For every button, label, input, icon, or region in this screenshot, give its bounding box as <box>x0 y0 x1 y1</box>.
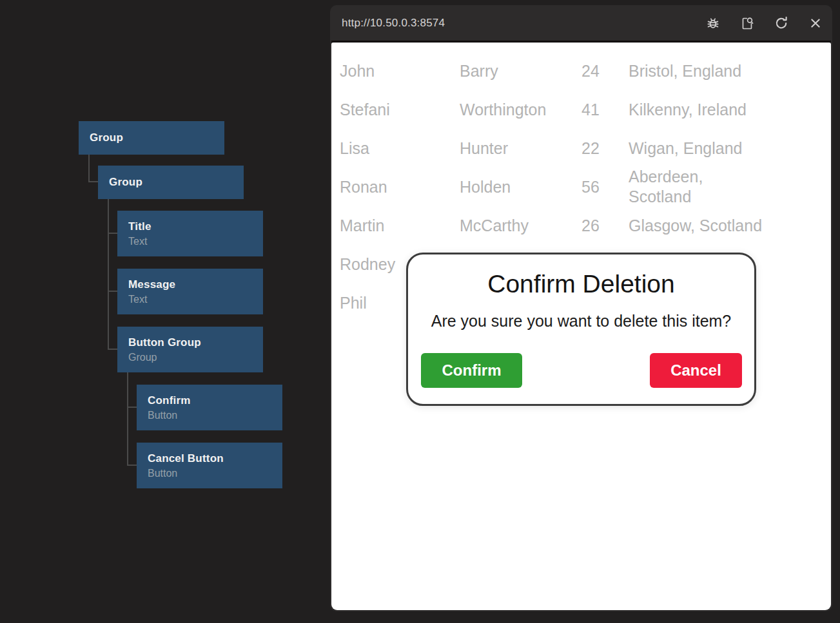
table-row: John Barry 24 Bristol, England <box>340 52 785 90</box>
tree-connector <box>108 291 118 292</box>
tree-node-confirm[interactable]: Confirm Button <box>137 385 282 430</box>
tree-connector <box>108 349 118 350</box>
tree-node-type: Button <box>148 468 271 479</box>
dialog-message: Are you sure you want to delete this ite… <box>408 310 754 332</box>
cell-age: 24 <box>581 61 629 81</box>
tree-node-type: Group <box>128 352 252 363</box>
debug-icon <box>705 15 721 31</box>
tree-node-group-root[interactable]: Group <box>79 121 224 155</box>
tree-node-type: Text <box>128 294 252 305</box>
tree-node-label: Message <box>128 278 252 291</box>
dialog-title: Confirm Deletion <box>408 269 754 300</box>
cell-first-name: Stefani <box>340 100 460 120</box>
confirm-button[interactable]: Confirm <box>421 353 522 388</box>
cell-last-name: McCarthy <box>460 216 581 236</box>
cell-first-name: John <box>340 61 460 81</box>
debug-button[interactable] <box>705 15 721 31</box>
tree-node-title[interactable]: Title Text <box>117 211 263 256</box>
tree-connector <box>108 199 109 350</box>
address-bar[interactable]: http://10.50.0.3:8574 <box>342 17 445 30</box>
table-row: Martin McCarthy 26 Glasgow, Scotland <box>340 206 785 245</box>
cell-city: Bristol, England <box>629 61 777 81</box>
cell-age: 41 <box>581 100 629 120</box>
cell-last-name: Worthington <box>460 100 581 120</box>
cell-first-name: Ronan <box>340 177 460 197</box>
cell-city: Wigan, England <box>629 139 777 158</box>
dialog-buttons: Confirm Cancel <box>421 353 742 388</box>
cell-last-name: Hunter <box>460 139 581 158</box>
browser-toolbar: http://10.50.0.3:8574 <box>330 5 832 41</box>
inspect-page-icon <box>739 15 755 31</box>
cell-city: Kilkenny, Ireland <box>629 100 777 120</box>
tree-connector <box>108 233 118 234</box>
tree-node-label: Button Group <box>128 336 252 349</box>
cell-last-name: Barry <box>460 61 581 81</box>
tree-node-label: Group <box>90 131 213 144</box>
cell-age: 22 <box>581 139 629 158</box>
cell-city: Glasgow, Scotland <box>629 216 777 236</box>
cancel-button[interactable]: Cancel <box>650 353 742 388</box>
cell-age: 26 <box>581 216 629 236</box>
close-button[interactable] <box>808 15 823 31</box>
tree-connector <box>127 465 137 466</box>
tree-connector <box>88 155 90 182</box>
tree-node-label: Confirm <box>148 394 271 407</box>
toolbar-icons <box>705 15 823 31</box>
cell-last-name: Holden <box>460 177 581 197</box>
tree-connector <box>88 181 99 182</box>
tree-node-group-inner[interactable]: Group <box>98 166 244 199</box>
cell-first-name: Martin <box>340 216 460 236</box>
tree-node-type: Button <box>148 410 271 421</box>
tree-node-label: Group <box>109 176 233 189</box>
cell-first-name: Lisa <box>340 139 460 158</box>
reload-icon <box>774 15 789 31</box>
cell-age: 56 <box>581 177 629 197</box>
tree-connector <box>127 372 128 466</box>
table-row: Stefani Worthington 41 Kilkenny, Ireland <box>340 90 785 129</box>
close-icon <box>808 15 823 31</box>
tree-node-label: Cancel Button <box>148 452 271 465</box>
tree-node-cancel-button[interactable]: Cancel Button Button <box>137 443 282 488</box>
table-row: Ronan Holden 56 Aberdeen, Scotland <box>340 168 785 206</box>
tree-node-label: Title <box>128 220 252 233</box>
confirm-deletion-dialog: Confirm Deletion Are you sure you want t… <box>406 253 756 406</box>
table-row: Lisa Hunter 22 Wigan, England <box>340 129 785 168</box>
inspect-page-button[interactable] <box>739 15 755 31</box>
screen: Group Group Title Text Message Text Butt… <box>0 0 840 623</box>
tree-node-type: Text <box>128 236 252 247</box>
tree-connector <box>127 407 137 408</box>
reload-button[interactable] <box>774 15 789 31</box>
cell-city: Aberdeen, Scotland <box>629 167 777 207</box>
tree-node-message[interactable]: Message Text <box>117 269 263 314</box>
tree-node-button-group[interactable]: Button Group Group <box>117 327 263 372</box>
